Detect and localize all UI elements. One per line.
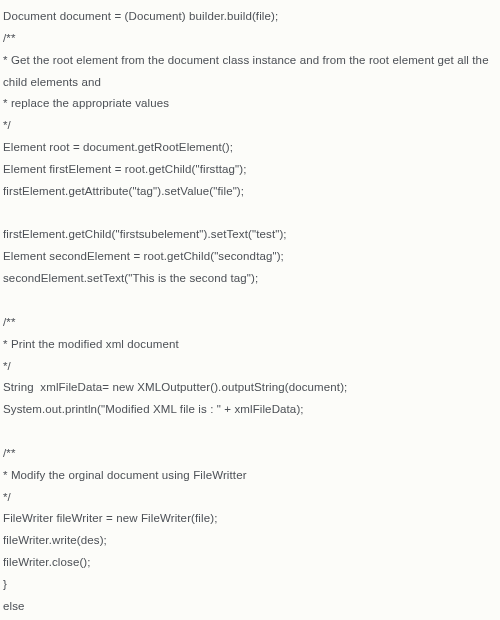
- code-line: * Get the root element from the document…: [3, 50, 497, 94]
- code-line: Document document = (Document) builder.b…: [3, 6, 497, 28]
- code-line: String xmlFileData= new XMLOutputter().o…: [3, 377, 497, 399]
- code-line: Element firstElement = root.getChild("fi…: [3, 159, 497, 181]
- code-line: /**: [3, 443, 497, 465]
- code-line: }: [3, 574, 497, 596]
- code-line: * replace the appropriate values: [3, 93, 497, 115]
- code-line: firstElement.getAttribute("tag").setValu…: [3, 181, 497, 203]
- code-line: Element root = document.getRootElement()…: [3, 137, 497, 159]
- code-line: /**: [3, 312, 497, 334]
- code-line: System.out.println("Modified XML file is…: [3, 399, 497, 421]
- code-line: */: [3, 356, 497, 378]
- code-line: FileWriter fileWriter = new FileWriter(f…: [3, 508, 497, 530]
- code-line: firstElement.getChild("firstsubelement")…: [3, 224, 497, 246]
- code-line: secondElement.setText("This is the secon…: [3, 268, 497, 290]
- code-line: /**: [3, 28, 497, 50]
- code-line: */: [3, 487, 497, 509]
- code-line: Element secondElement = root.getChild("s…: [3, 246, 497, 268]
- code-line: [3, 290, 497, 312]
- code-line: fileWriter.close();: [3, 552, 497, 574]
- code-line: */: [3, 115, 497, 137]
- code-line: [3, 203, 497, 225]
- code-line: else: [3, 596, 497, 618]
- code-block: Document document = (Document) builder.b…: [3, 6, 497, 618]
- code-line: fileWriter.write(des);: [3, 530, 497, 552]
- code-line: * Modify the orginal document using File…: [3, 465, 497, 487]
- code-line: * Print the modified xml document: [3, 334, 497, 356]
- code-line: [3, 421, 497, 443]
